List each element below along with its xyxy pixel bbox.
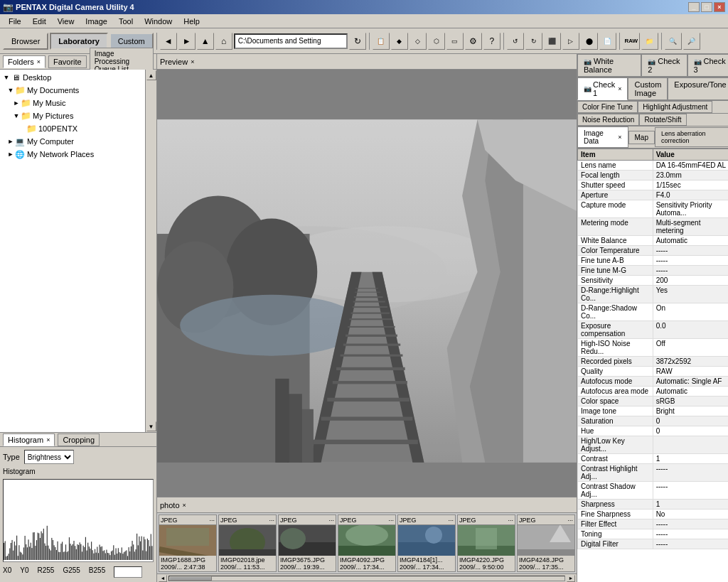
cropping-tab[interactable]: Cropping [58,433,100,446]
stat-y0: Y0 [20,566,28,578]
tree-scrollbar[interactable]: ▲ ▼ [145,70,156,432]
tool-icon-6[interactable]: ⬛ [544,33,561,50]
thumb-4[interactable]: JPEG ··· IMGP4092.JPG 2009/... 17:34... [338,514,396,572]
thumb-scroll-track[interactable] [168,576,565,581]
tree-toggle-mydocs[interactable]: ▼ [7,87,14,94]
rotate-shift-tab[interactable]: Rotate/Shift [639,114,686,126]
tool-icon-7[interactable]: ▷ [562,33,579,50]
histogram-chart [3,479,154,562]
preview-close[interactable]: × [191,58,194,65]
thumb-scrollbar[interactable]: ◄ ► [157,573,577,582]
histogram-type-select[interactable]: Brightness RGB Red Green Blue [24,450,74,464]
tree-toggle-mycomputer[interactable]: ► [7,138,14,145]
highlight-adj-tab[interactable]: Highlight Adjustment [638,101,712,113]
tree-toggle-mynetwork[interactable]: ► [7,151,14,158]
zoom-out-icon[interactable]: 🔎 [683,33,700,50]
tool-icon-4[interactable]: ⬡ [428,33,445,50]
highlight-adj-label: Highlight Adjustment [643,103,707,111]
menu-file[interactable]: File [3,16,27,27]
home-button[interactable]: ⌂ [215,33,232,50]
thumb-7[interactable]: JPEG ··· IMGP4248.JPG 2009/... 17:35... [517,514,575,572]
tool-icon-8[interactable]: ⬤ [581,33,598,50]
settings-icon[interactable]: ⚙ [465,33,482,50]
custom-image-tab[interactable]: Custom Image [628,77,668,100]
tree-item-desktop[interactable]: ▼ 🖥 Desktop [1,71,144,84]
tool-icon-3[interactable]: ◇ [410,33,427,50]
menu-edit[interactable]: Edit [27,16,52,27]
lens-aberration-tab[interactable]: Lens aberration correction [655,127,728,147]
menu-image[interactable]: Image [80,16,113,27]
title-bar-controls[interactable]: _ □ × [688,2,725,12]
favorite-tab[interactable]: Favorite [48,55,87,68]
tree-item-mydocs[interactable]: ▼ 📁 My Documents [1,84,144,97]
exposure-tone-tab[interactable]: Exposure/Tone [668,77,728,100]
tree-toggle-mymusic[interactable]: ► [13,99,20,107]
noise-reduction-tab[interactable]: Noise Reduction [577,114,639,126]
zoom-in-icon[interactable]: 🔍 [665,33,682,50]
tree-item-mypictures[interactable]: ▼ 📁 My Pictures [1,109,144,122]
help-icon[interactable]: ? [483,33,500,50]
thumb-7-svg [518,525,574,556]
thumb-body[interactable]: JPEG ··· IMGP1688.JPG 2009/... 2:47:38 [157,513,577,573]
thumb-scroll-thumb[interactable] [169,576,212,581]
thumb-2-dots: ··· [269,517,274,524]
stat-g255: G255 [63,566,80,578]
thumb-7-date: 2009/... 17:35... [519,564,573,571]
thumb-1[interactable]: JPEG ··· IMGP1688.JPG 2009/... 2:47:38 [159,514,217,572]
thumb-scroll-right[interactable]: ► [567,575,575,582]
laboratory-tab[interactable]: Laboratory [50,33,107,50]
tree-toggle-mypictures[interactable]: ▼ [13,112,20,119]
tool-rotate-left[interactable]: ↺ [507,33,524,50]
tool-icon-9[interactable]: 📄 [599,33,616,50]
thumb-scroll-left[interactable]: ◄ [159,575,167,582]
tree-item-mycomputer[interactable]: ► 💻 My Computer [1,135,144,148]
up-button[interactable]: ▲ [197,33,214,50]
tool-icon-10[interactable]: 📁 [641,33,658,50]
image-data-close[interactable]: × [618,134,621,141]
maximize-button[interactable]: □ [701,2,712,12]
histogram-tab[interactable]: Histogram × [3,433,55,446]
white-balance-tab[interactable]: 📷 White Balance [577,54,641,77]
custom-tab[interactable]: Custom [109,33,154,50]
color-fine-tune-tab[interactable]: Color Fine Tune [577,101,638,113]
menu-tool[interactable]: Tool [113,16,139,27]
tool-icon-1[interactable]: 📋 [373,33,390,50]
photo-close[interactable]: × [183,502,186,509]
menu-view[interactable]: View [52,16,80,27]
tree-item-100pentx[interactable]: 📁 100PENTX [1,122,144,135]
tree-toggle-100pentx[interactable] [18,125,26,132]
image-data-table[interactable]: Item Value Lens nameDA 16-45mmF4ED ALFoc… [577,149,728,582]
tool-rotate-right[interactable]: ↻ [525,33,542,50]
menu-help[interactable]: Help [178,16,205,27]
histogram-tab-close[interactable]: × [46,436,50,443]
refresh-button[interactable]: ↻ [349,33,366,50]
tool-icon-5[interactable]: ▭ [446,33,464,50]
tree-item-mymusic[interactable]: ► 📁 My Music [1,97,144,109]
check3-tab[interactable]: 📷 Check 3 [687,54,729,77]
thumb-5[interactable]: JPEG ··· IMGP4184[1]... 2009/... 17:34..… [397,514,456,572]
image-data-tab[interactable]: Image Data × [577,126,628,148]
check1-close[interactable]: × [618,85,621,92]
tree-toggle-desktop[interactable]: ▼ [3,74,10,81]
tool-icon-2[interactable]: ◆ [391,33,408,50]
forward-button[interactable]: ► [178,33,196,50]
folders-tab[interactable]: Folders × [3,55,46,68]
scroll-down-btn[interactable]: ▼ [146,421,156,431]
map-tab[interactable]: Map [628,131,655,144]
check2-tab[interactable]: 📷 Check 2 [641,54,687,77]
menu-window[interactable]: Window [139,16,178,27]
back-button[interactable]: ◄ [160,33,177,50]
folders-tab-close[interactable]: × [37,58,41,65]
thumb-2[interactable]: JPEG ··· IMGP02018.jpe 2009/... 11:53... [218,514,277,572]
check1-tab[interactable]: 📷 Check 1 × [577,77,628,100]
thumb-3[interactable]: JPEG ··· IMGP3675.JPG 2009/... 19:39... [278,514,336,572]
browser-tab[interactable]: Browser [3,33,48,50]
raw-icon[interactable]: RAW [623,33,640,50]
path-input[interactable]: C:\Documents and Setting [234,33,348,49]
minimize-button[interactable]: _ [688,2,700,12]
close-button[interactable]: × [714,2,725,12]
tree-item-mynetwork[interactable]: ► 🌐 My Network Places [1,148,144,161]
scroll-up-btn[interactable]: ▲ [146,70,156,80]
thumb-6[interactable]: JPEG ··· IMGP4220.JPG 2009/... 9:50:00 [457,514,515,572]
file-tree-body[interactable]: ▼ 🖥 Desktop ▼ 📁 My Documents ► 📁 My Musi… [0,70,145,432]
